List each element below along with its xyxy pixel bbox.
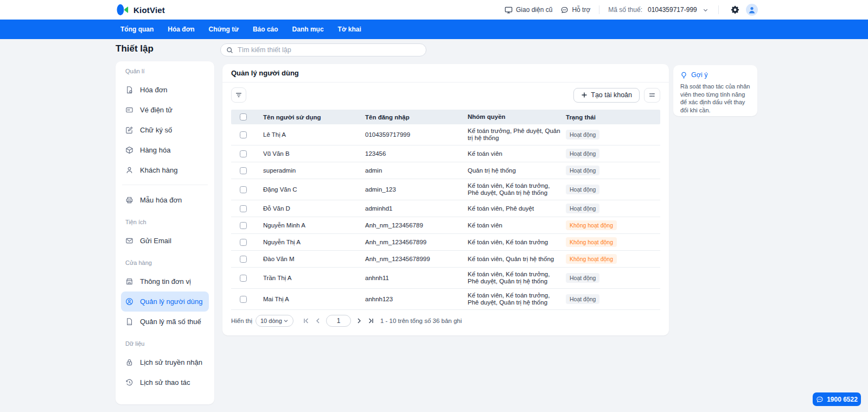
brand-name: KiotViet xyxy=(133,5,165,15)
row-checkbox[interactable] xyxy=(240,239,247,246)
sidebar-item[interactable]: Mẫu hóa đơn xyxy=(121,190,209,210)
row-checkbox[interactable] xyxy=(240,150,247,157)
cell-user-name: Lê Thị A xyxy=(263,131,365,138)
user-avatar[interactable] xyxy=(746,4,758,16)
last-page-button[interactable] xyxy=(365,315,377,327)
sidebar-item[interactable]: Quản lý mã số thuế xyxy=(121,312,209,332)
avatar-person-icon xyxy=(748,5,756,14)
monitor-icon xyxy=(505,6,513,14)
main-nav: Tổng quanHóa đơnChứng từBáo cáoDanh mụcT… xyxy=(0,20,868,39)
nav-item[interactable]: Hóa đơn xyxy=(168,26,194,33)
select-all-checkbox[interactable] xyxy=(240,113,247,121)
users-icon xyxy=(125,297,133,306)
sidebar-item[interactable]: Hàng hóa xyxy=(121,140,209,160)
cell-login-name: Anh_nm_12345678999 xyxy=(365,256,468,262)
row-checkbox[interactable] xyxy=(240,222,247,229)
signature-icon xyxy=(125,126,133,134)
first-page-button[interactable] xyxy=(300,315,312,327)
hint-header: Gợi ý xyxy=(680,71,750,79)
sidebar-item[interactable]: Gửi Email xyxy=(121,231,209,251)
sidebar-item[interactable]: Lịch sử thao tác xyxy=(121,372,209,392)
cell-login-name: admin xyxy=(365,167,468,174)
template-icon xyxy=(125,196,133,204)
col-header-login: Tên đăng nhập xyxy=(365,114,468,121)
cell-roles: Kế toán viên xyxy=(468,150,566,157)
cell-login-name: anhnh11 xyxy=(365,275,468,281)
cell-login-name: Anh_nm_1234567899 xyxy=(365,239,468,245)
sidebar-item[interactable]: Vé điện tử xyxy=(121,100,209,120)
status-badge: Không hoạt động xyxy=(566,254,617,264)
row-checkbox[interactable] xyxy=(240,186,247,193)
create-account-button[interactable]: Tạo tài khoản xyxy=(573,88,640,103)
help-link[interactable]: Hỗ trợ xyxy=(560,6,590,14)
invoice-icon xyxy=(125,86,133,94)
nav-item[interactable]: Chứng từ xyxy=(209,26,239,33)
cell-user-name: Mai Thị A xyxy=(263,296,365,302)
nav-item[interactable]: Báo cáo xyxy=(253,26,278,33)
nav-item[interactable]: Tờ khai xyxy=(338,26,361,33)
sidebar-section-label: Quản lí xyxy=(125,66,209,76)
cell-login-name: 0104359717999 xyxy=(365,131,468,138)
table-row[interactable]: Nguyễn Thị AAnh_nm_1234567899Kế toán viê… xyxy=(231,234,660,251)
sidebar-item[interactable]: Khách hàng xyxy=(121,160,209,180)
store-icon xyxy=(125,277,133,286)
top-header: KiotViet Giao diện cũ Hỗ trợ Mã số thuế:… xyxy=(0,0,868,20)
settings-search-input[interactable]: Tìm kiếm thiết lập xyxy=(220,43,426,56)
table-row[interactable]: Nguyễn Minh AAnh_nm_123456789Kế toán viê… xyxy=(231,217,660,234)
cell-roles: Kế toán viên xyxy=(468,222,566,229)
table-row[interactable]: Đặng Văn Cadmin_123Kế toán viên, Kế toán… xyxy=(231,179,660,200)
table-row[interactable]: Đào Văn MAnh_nm_12345678999Kế toán viên,… xyxy=(231,251,660,268)
filter-button[interactable] xyxy=(231,87,246,103)
row-checkbox[interactable] xyxy=(240,167,247,174)
row-checkbox[interactable] xyxy=(240,131,247,138)
header-divider xyxy=(599,5,599,14)
lock-icon xyxy=(125,358,133,366)
kiotviet-logo[interactable]: KiotViet xyxy=(116,0,165,20)
nav-item[interactable]: Tổng quan xyxy=(120,26,154,33)
table-row[interactable]: Vũ Văn B123456Kế toán viênHoạt động xyxy=(231,145,660,162)
sidebar-item[interactable]: Hóa đơn xyxy=(121,80,209,100)
cell-user-name: Vũ Văn B xyxy=(263,150,365,157)
user-management-panel: Quản lý người dùng Tạo tài khoản Tên ngư… xyxy=(222,64,669,335)
sidebar-item[interactable]: Lịch sử truyền nhận xyxy=(121,352,209,372)
table-row[interactable]: Đỗ Văn Dadminhd1Kế toán viên, Phê duyệtH… xyxy=(231,200,660,217)
table-row[interactable]: Lê Thị A0104359717999Kế toán trưởng, Phê… xyxy=(231,124,660,145)
status-badge: Hoạt động xyxy=(566,294,599,304)
support-hotline-button[interactable]: 1900 6522 xyxy=(813,392,861,406)
cell-user-name: Đào Văn M xyxy=(263,256,365,262)
first-page-icon xyxy=(303,318,309,324)
sidebar-item[interactable]: Chữ ký số xyxy=(121,120,209,140)
sidebar-item[interactable]: Thông tin đơn vị xyxy=(121,271,209,291)
tax-code-selector[interactable]: Mã số thuế: 0104359717-999 xyxy=(608,6,708,14)
row-checkbox[interactable] xyxy=(240,296,247,303)
cell-user-name: Đỗ Văn D xyxy=(263,205,365,212)
row-checkbox[interactable] xyxy=(240,256,247,263)
sidebar-item[interactable]: Quản lý người dùng xyxy=(121,291,209,312)
col-header-name: Tên người sử dụng xyxy=(263,114,365,121)
records-summary: 1 - 10 trên tổng số 36 bản ghi xyxy=(380,318,462,324)
row-checkbox[interactable] xyxy=(240,205,247,212)
email-icon xyxy=(125,237,133,245)
history-icon xyxy=(125,378,133,386)
cell-roles: Quản trị hệ thống xyxy=(468,167,566,174)
table-row[interactable]: Trần Thị Aanhnh11Kế toán viên, Kế toán t… xyxy=(231,268,660,289)
row-checkbox[interactable] xyxy=(240,275,247,282)
page-size-select[interactable]: 10 dòng xyxy=(256,315,293,327)
prev-page-button[interactable] xyxy=(312,315,324,327)
next-page-button[interactable] xyxy=(353,315,365,327)
table-row[interactable]: Mai Thị Aanhnh123Kế toán viên, Kế toán t… xyxy=(231,289,660,310)
cell-roles: Kế toán viên, Quản trị hệ thống xyxy=(468,256,566,263)
cell-user-name: Nguyễn Minh A xyxy=(263,222,365,229)
column-settings-button[interactable] xyxy=(644,88,660,103)
current-page-input[interactable]: 1 xyxy=(326,315,351,327)
table-row[interactable]: superadminadminQuản trị hệ thốngHoạt độn… xyxy=(231,162,660,179)
cell-login-name: 123456 xyxy=(365,150,468,157)
sidebar-section-label: Cửa hàng xyxy=(125,258,209,268)
support-chat-icon xyxy=(816,396,824,403)
cell-roles: Kế toán viên, Phê duyệt xyxy=(468,205,566,212)
settings-gear-button[interactable] xyxy=(731,5,739,14)
status-badge: Hoạt động xyxy=(566,166,599,175)
old-interface-link[interactable]: Giao diện cũ xyxy=(505,6,552,14)
chevron-left-icon xyxy=(315,318,321,324)
nav-item[interactable]: Danh mục xyxy=(292,26,324,33)
